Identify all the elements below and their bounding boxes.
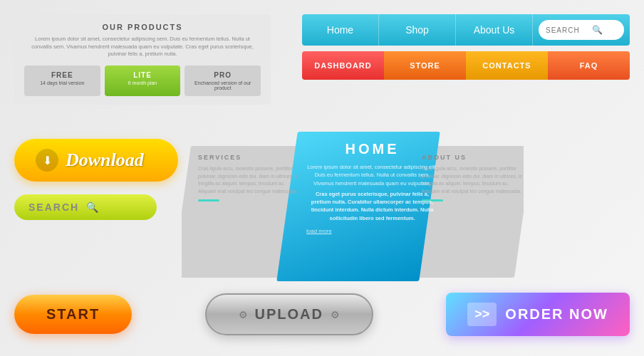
upload-button[interactable]: ⚙ UPLOAD ⚙ <box>205 293 373 335</box>
pricing-buttons: FREE 14 days trial version LITE 6 month … <box>24 66 261 96</box>
products-section: OUR PRODUCTS Lorem ipsum dolor sit amet,… <box>14 14 271 105</box>
order-chevrons-icon: >> <box>467 303 497 326</box>
nav-shop[interactable]: Shop <box>379 14 456 46</box>
nav-section: Home Shop About Us 🔍 DASHBOARD STORE CON… <box>302 14 630 80</box>
start-button[interactable]: START <box>14 295 132 334</box>
services-content: SERVICES Cras ligula arcu, molestis posu… <box>198 154 303 201</box>
search-icon: 🔍 <box>592 25 603 35</box>
gear-right-icon: ⚙ <box>331 309 340 320</box>
bottom-buttons: START ⚙ UPLOAD ⚙ >> ORDER NOW <box>14 293 630 336</box>
services-bar <box>198 199 219 201</box>
order-label: ORDER NOW <box>505 306 608 323</box>
nav-home[interactable]: Home <box>302 14 379 46</box>
products-title: OUR PRODUCTS <box>24 23 261 31</box>
nav-top-bar: Home Shop About Us 🔍 <box>302 14 630 46</box>
free-plan-button[interactable]: FREE 14 days trial version <box>24 66 100 96</box>
search-button[interactable]: SEARCH 🔍 <box>14 194 157 220</box>
lite-plan-button[interactable]: LITE 6 month plan <box>105 66 181 96</box>
upload-label: UPLOAD <box>255 306 323 323</box>
start-label: START <box>46 306 100 322</box>
pro-plan-button[interactable]: PRO Enchanced version of our product <box>185 66 261 96</box>
order-now-button[interactable]: >> ORDER NOW <box>446 293 630 336</box>
gear-left-icon: ⚙ <box>239 309 248 320</box>
nav-store[interactable]: STORE <box>384 51 466 80</box>
home-body: Lorem ipsum dolor sit amet, consectetur … <box>306 163 438 222</box>
home-heading: HOME <box>306 141 438 157</box>
nav-bottom-bar: DASHBOARD STORE CONTACTS FAQ <box>302 51 630 80</box>
nav-contacts[interactable]: CONTACTS <box>466 51 548 80</box>
download-button[interactable]: ⬇ Download <box>14 139 178 182</box>
services-heading: SERVICES <box>198 154 303 161</box>
content-overlay: SERVICES Cras ligula arcu, molestis posu… <box>191 134 533 283</box>
services-body: Cras ligula arcu, molestis posuere, port… <box>198 165 303 195</box>
nav-about[interactable]: About Us <box>456 14 533 46</box>
nav-faq[interactable]: FAQ <box>548 51 630 80</box>
search-magnify-icon: 🔍 <box>86 201 98 213</box>
download-icon: ⬇ <box>36 149 58 172</box>
main-container: OUR PRODUCTS Lorem ipsum dolor sit amet,… <box>0 0 644 356</box>
download-label: Download <box>66 150 144 171</box>
home-content: HOME Lorem ipsum dolor sit amet, consect… <box>306 141 438 234</box>
search-label: SEARCH <box>28 201 79 213</box>
nav-dashboard[interactable]: DASHBOARD <box>302 51 384 80</box>
buttons-section: ⬇ Download SEARCH 🔍 <box>14 139 178 220</box>
search-input[interactable] <box>546 26 592 34</box>
load-more-link[interactable]: load more <box>306 228 438 234</box>
nav-search-box[interactable]: 🔍 <box>539 20 624 40</box>
products-desc: Lorem ipsum dolor sit amet, consectetur … <box>24 36 261 58</box>
